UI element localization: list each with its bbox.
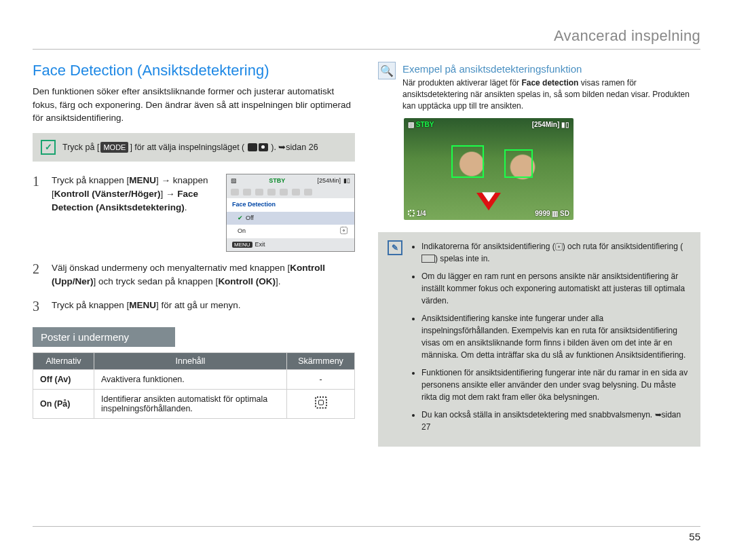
left-column: Face Detection (Ansiktsdetektering) Den … bbox=[33, 62, 355, 447]
step-number: 3 bbox=[33, 299, 43, 314]
example-photo: ▧ STBY [254Min] ▮▯ 1/4 9999 ▥ SD bbox=[404, 118, 574, 220]
lcd-top-bar: ▧ STBY [254Min] ▮▯ bbox=[227, 174, 354, 188]
list-item: Du kan också ställa in ansiktsdetekterin… bbox=[421, 409, 691, 433]
step-1: 1 Tryck på knappen [MENU] → knappen [Kon… bbox=[33, 174, 355, 253]
face-icon bbox=[555, 243, 563, 250]
table-row: Off (Av) Avaktivera funktionen. - bbox=[33, 369, 355, 389]
table-row: On (På) Identifierar ansikten automatisk… bbox=[33, 389, 355, 418]
step-2: 2 Välj önskad undermeny och menyalternat… bbox=[33, 261, 355, 289]
tip-text: Tryck på [MODE] för att välja inspelning… bbox=[62, 142, 318, 153]
list-item: Indikatorerna för ansiktsidentifiering (… bbox=[421, 240, 691, 265]
step-number: 1 bbox=[33, 174, 43, 253]
lcd-time: [254Min] bbox=[317, 176, 341, 186]
intro-text: Den funktionen söker efter ansiktsliknan… bbox=[33, 85, 355, 125]
table-header-row: Alternativ Innehåll Skärmmeny bbox=[33, 352, 355, 369]
lcd-menu-on: On bbox=[227, 225, 354, 238]
example-desc: När produkten aktiverar läget för Face d… bbox=[402, 77, 700, 111]
battery-icon: ▮▯ bbox=[343, 176, 350, 186]
lcd-menu: Face Detection ✔Off On bbox=[227, 198, 354, 238]
th-option: Alternativ bbox=[33, 352, 94, 369]
step-body: Tryck på knappen [MENU] → knappen [Kontr… bbox=[52, 174, 355, 253]
step-3: 3 Tryck på knappen [MENU] för att gå ur … bbox=[33, 299, 355, 314]
battery-icon: ▮▯ bbox=[561, 121, 569, 128]
photo-osd-top: ▧ STBY [254Min] ▮▯ bbox=[408, 121, 569, 128]
face-icon bbox=[408, 210, 415, 217]
lcd-footer: MENUExit bbox=[227, 238, 354, 252]
two-column-layout: Face Detection (Ansiktsdetektering) Den … bbox=[33, 62, 700, 447]
mode-tip: ✓ Tryck på [MODE] för att välja inspelni… bbox=[33, 133, 355, 162]
rect-icon bbox=[421, 255, 435, 263]
note-block: ✎ Indikatorerna för ansiktsidentifiering… bbox=[378, 232, 700, 447]
photo-mode-icon bbox=[259, 143, 268, 151]
osd-rec-icon: ▧ STBY bbox=[408, 121, 434, 128]
mode-chip: MODE bbox=[100, 142, 128, 153]
lcd-menu-title: Face Detection bbox=[227, 198, 354, 212]
note-list: Indikatorerna för ansiktsidentifiering (… bbox=[411, 240, 691, 438]
list-item: Om du lägger en ram runt en persons ansi… bbox=[421, 270, 691, 307]
chapter-header: Avancerad inspelning bbox=[33, 27, 700, 50]
steps-list: 1 Tryck på knappen [MENU] → knappen [Kon… bbox=[33, 174, 355, 314]
page: Avancerad inspelning Face Detection (Ans… bbox=[0, 0, 733, 447]
face-icon-cell bbox=[287, 389, 355, 418]
th-content: Innehåll bbox=[94, 352, 287, 369]
lcd-stby: STBY bbox=[269, 176, 285, 186]
right-column: 🔍 Exempel på ansiktsdetekteringsfunktion… bbox=[378, 62, 700, 447]
lcd-menu-off: ✔Off bbox=[227, 212, 354, 225]
list-item: Ansiktsidentifiering kanske inte fungera… bbox=[421, 312, 691, 361]
face-icon bbox=[340, 227, 347, 234]
face-rect bbox=[451, 145, 484, 178]
step-number: 2 bbox=[33, 261, 43, 289]
th-screen: Skärmmeny bbox=[287, 352, 355, 369]
options-table: Alternativ Innehåll Skärmmeny Off (Av) A… bbox=[33, 352, 355, 419]
example-title: Exempel på ansiktsdetekteringsfunktion bbox=[402, 63, 700, 75]
submenu-banner: Poster i undermeny bbox=[33, 327, 175, 347]
face-rect bbox=[504, 149, 533, 178]
sd-icon: ▥ bbox=[552, 210, 560, 217]
lcd-preview: ▧ STBY [254Min] ▮▯ Fa bbox=[226, 174, 355, 253]
section-title: Face Detection (Ansiktsdetektering) bbox=[33, 62, 355, 79]
lcd-icon-row bbox=[227, 187, 354, 198]
photo-osd-bottom: 1/4 9999 ▥ SD bbox=[408, 210, 569, 217]
video-mode-icon bbox=[248, 143, 257, 151]
example-header: 🔍 Exempel på ansiktsdetekteringsfunktion… bbox=[378, 62, 700, 111]
page-number: 55 bbox=[33, 526, 700, 542]
step-body: Välj önskad undermeny och menyalternativ… bbox=[52, 261, 355, 289]
pointer-arrow-icon bbox=[476, 193, 501, 210]
chapter-title: Avancerad inspelning bbox=[554, 27, 700, 44]
step-body: Tryck på knappen [MENU] för att gå ur me… bbox=[52, 299, 355, 314]
face-icon bbox=[315, 396, 327, 409]
magnifier-icon: 🔍 bbox=[378, 62, 396, 79]
lcd-rec-icon: ▧ bbox=[231, 176, 237, 186]
note-icon: ✎ bbox=[388, 240, 402, 255]
check-icon: ✓ bbox=[41, 140, 56, 155]
list-item: Funktionen för ansiktsidentifiering fung… bbox=[421, 367, 691, 403]
lcd-menu-chip: MENU bbox=[232, 242, 252, 248]
